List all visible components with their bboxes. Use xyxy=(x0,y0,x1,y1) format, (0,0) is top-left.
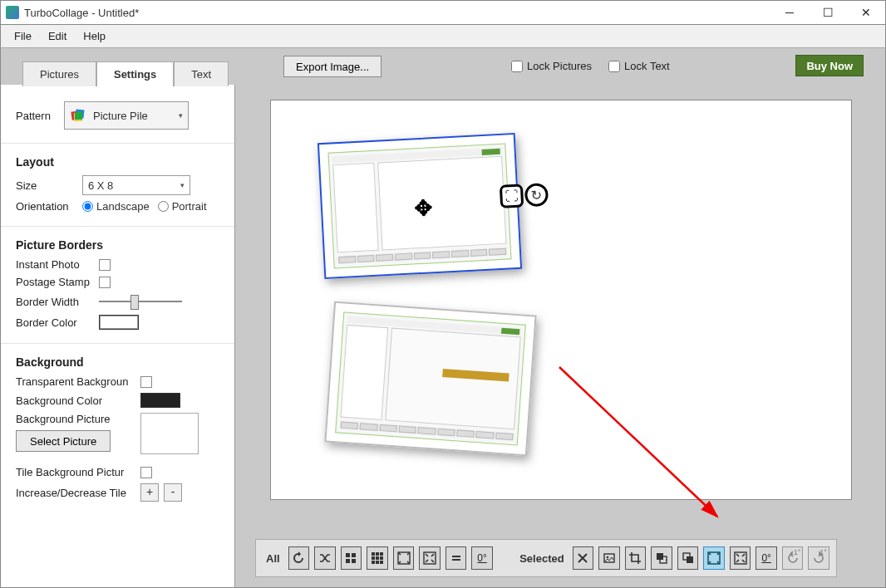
inc-dec-tile-label: Increase/Decrease Tile xyxy=(16,487,140,499)
svg-rect-27 xyxy=(687,556,693,563)
grid4-icon[interactable] xyxy=(341,546,362,570)
svg-rect-3 xyxy=(75,112,82,120)
orientation-radios: Landscape Portrait xyxy=(82,200,207,213)
pattern-section: Pattern Picture Pile ▾ xyxy=(1,85,234,144)
lock-text-label: Lock Text xyxy=(624,60,670,72)
chevron-down-icon: ▾ xyxy=(180,181,185,189)
transparent-bg-label: Transparent Backgroun xyxy=(16,375,140,388)
svg-rect-20 xyxy=(452,556,460,557)
title-bar: TurboCollage - Untitled* ─ ☐ ✕ xyxy=(0,0,886,25)
postage-stamp-checkbox[interactable] xyxy=(99,277,111,288)
tab-text[interactable]: Text xyxy=(174,61,229,86)
bg-color-label: Background Color xyxy=(16,394,140,407)
bottom-toolbar: All 0° Selected 0° 1° 1° xyxy=(255,539,837,577)
fill-sel-icon[interactable] xyxy=(730,546,751,570)
bring-front-icon[interactable] xyxy=(677,546,699,570)
rotate-cw-icon[interactable]: 1° xyxy=(808,546,829,570)
menu-edit[interactable]: Edit xyxy=(40,27,75,46)
minimize-button[interactable]: ─ xyxy=(770,1,809,24)
orientation-label: Orientation xyxy=(16,200,82,213)
fit-sel-icon[interactable] xyxy=(703,546,725,570)
svg-rect-21 xyxy=(452,559,460,561)
svg-rect-15 xyxy=(372,561,375,564)
background-header: Background xyxy=(16,355,219,369)
collage-canvas[interactable]: ✥ ⛶ ↻ xyxy=(270,100,852,500)
svg-rect-10 xyxy=(376,552,379,556)
svg-rect-6 xyxy=(352,553,356,557)
close-icon[interactable] xyxy=(573,546,594,570)
lock-text-checkbox[interactable]: Lock Text xyxy=(608,60,670,72)
border-width-label: Border Width xyxy=(16,296,99,308)
border-width-slider[interactable] xyxy=(99,293,182,310)
svg-rect-16 xyxy=(376,561,379,564)
svg-rect-13 xyxy=(376,556,379,560)
crop-icon[interactable] xyxy=(625,546,647,570)
pattern-label: Pattern xyxy=(16,110,64,122)
svg-rect-9 xyxy=(372,552,375,556)
transparent-bg-checkbox[interactable] xyxy=(140,376,152,388)
maximize-button[interactable]: ☐ xyxy=(809,1,847,24)
rotate-ccw-icon[interactable]: 1° xyxy=(782,546,804,570)
tabs: Pictures Settings Text xyxy=(22,59,229,84)
all-group-label: All xyxy=(266,552,280,565)
svg-rect-14 xyxy=(380,556,383,560)
lock-pictures-checkbox[interactable]: Lock Pictures xyxy=(511,60,592,72)
grid9-icon[interactable] xyxy=(367,546,388,570)
send-back-icon[interactable] xyxy=(651,546,672,570)
svg-rect-17 xyxy=(380,561,383,564)
svg-rect-7 xyxy=(346,559,350,563)
size-dropdown[interactable]: 6 X 8 ▾ xyxy=(82,175,190,195)
decrease-tile-button[interactable]: - xyxy=(164,483,182,502)
border-color-swatch[interactable] xyxy=(99,315,139,330)
borders-section: Picture Borders Instant Photo Postage St… xyxy=(1,227,234,344)
instant-photo-checkbox[interactable] xyxy=(99,259,111,271)
settings-panel: Pattern Picture Pile ▾ Layout Size 6 X 8… xyxy=(1,85,235,587)
bg-picture-thumbnail[interactable] xyxy=(140,413,199,454)
expand-handle[interactable]: ⛶ xyxy=(500,184,524,208)
bg-color-swatch[interactable] xyxy=(140,393,180,408)
image-icon[interactable] xyxy=(598,546,620,570)
tab-settings[interactable]: Settings xyxy=(96,61,174,86)
tab-pictures[interactable]: Pictures xyxy=(22,61,96,86)
picture-pile-icon xyxy=(70,107,86,124)
layout-header: Layout xyxy=(16,155,219,169)
fit-icon[interactable] xyxy=(393,546,415,570)
fill-icon[interactable] xyxy=(419,546,441,570)
export-image-button[interactable]: Export Image... xyxy=(283,56,381,77)
bg-picture-label: Background Picture xyxy=(16,413,140,425)
menu-help[interactable]: Help xyxy=(75,27,114,46)
equals-icon[interactable] xyxy=(445,546,467,570)
size-value: 6 X 8 xyxy=(88,179,113,192)
lock-pictures-label: Lock Pictures xyxy=(527,60,592,72)
orientation-portrait[interactable]: Portrait xyxy=(158,200,207,213)
pattern-dropdown[interactable]: Picture Pile ▾ xyxy=(64,101,189,130)
instant-photo-label: Instant Photo xyxy=(16,258,99,271)
shuffle-icon[interactable] xyxy=(314,546,336,570)
svg-rect-8 xyxy=(352,559,356,563)
svg-point-23 xyxy=(607,556,609,559)
select-picture-button[interactable]: Select Picture xyxy=(16,430,111,452)
buy-now-button[interactable]: Buy Now xyxy=(795,55,864,76)
borders-header: Picture Borders xyxy=(16,238,219,252)
zero-deg-icon[interactable]: 0° xyxy=(471,546,493,570)
move-cursor-icon: ✥ xyxy=(413,195,433,222)
collage-item[interactable] xyxy=(324,301,536,457)
chevron-down-icon: ▾ xyxy=(179,111,183,120)
rotate-icon[interactable] xyxy=(288,546,310,570)
svg-rect-5 xyxy=(346,553,350,557)
menu-file[interactable]: File xyxy=(6,27,40,46)
canvas-area: ✥ ⛶ ↻ xyxy=(235,85,885,587)
window-title: TurboCollage - Untitled* xyxy=(24,7,770,19)
menu-bar: File Edit Help xyxy=(0,25,886,47)
layout-section: Layout Size 6 X 8 ▾ Orientation Landscap… xyxy=(1,144,234,227)
tool-row: Pictures Settings Text Export Image... L… xyxy=(0,47,886,85)
orientation-landscape[interactable]: Landscape xyxy=(82,200,150,213)
tile-bg-checkbox[interactable] xyxy=(140,467,152,478)
rotate-handle[interactable]: ↻ xyxy=(524,183,549,207)
pattern-value: Picture Pile xyxy=(93,110,172,122)
collage-item-selected[interactable]: ✥ ⛶ ↻ xyxy=(317,133,522,279)
increase-tile-button[interactable]: + xyxy=(140,483,159,502)
postage-stamp-label: Postage Stamp xyxy=(16,276,99,288)
zero-deg-sel-icon[interactable]: 0° xyxy=(756,546,777,570)
close-button[interactable]: ✕ xyxy=(847,1,885,24)
